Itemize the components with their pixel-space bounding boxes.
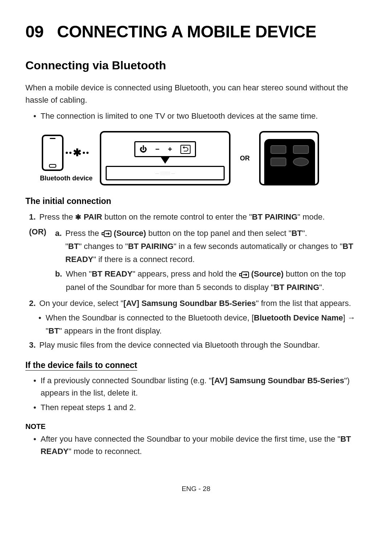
- bullet-icon: •: [33, 401, 36, 414]
- section-heading: Connecting via Bluetooth: [25, 59, 367, 72]
- arrow-down-icon: [161, 157, 170, 164]
- step-2-bullet: • When the Soundbar is connected to the …: [38, 311, 367, 337]
- fails-bullet-1: • If a previously connected Soundbar lis…: [33, 375, 367, 399]
- bullet-icon: •: [33, 375, 36, 399]
- remote-diagram: [259, 131, 319, 185]
- soundbar-body-icon: — ░░░░ —: [106, 166, 225, 180]
- chapter-heading: 09 CONNECTING A MOBILE DEVICE: [25, 22, 367, 41]
- source-icon: [239, 271, 249, 278]
- bullet-icon: •: [38, 311, 41, 337]
- step-1b: b. When "BT READY" appears, press and ho…: [55, 267, 367, 294]
- intro-paragraph: When a mobile device is connected using …: [25, 82, 367, 106]
- top-panel-icon: ⏻ − + ⮌: [134, 141, 196, 157]
- step-1: 1. Press the ✱ PAIR button on the remote…: [29, 210, 367, 224]
- fails-bullet-2: • Then repeat steps 1 and 2.: [33, 401, 367, 414]
- soundbar-diagram: ⏻ − + ⮌ — ░░░░ —: [100, 131, 230, 185]
- phone-icon: [42, 135, 64, 171]
- intro-bullet: • The connection is limited to one TV or…: [33, 110, 367, 122]
- plus-icon: +: [168, 145, 172, 154]
- diagram: ✱ Bluetooth device ⏻ − + ⮌ — ░░░░ — OR: [40, 131, 367, 185]
- bt-device-label: Bluetooth device: [40, 175, 93, 182]
- minus-icon: −: [155, 145, 160, 154]
- bluetooth-icon: ✱: [73, 147, 81, 159]
- fails-heading: If the device fails to connect: [25, 360, 367, 370]
- bluetooth-device-col: ✱ Bluetooth device: [40, 135, 93, 182]
- steps-list: 1. Press the ✱ PAIR button on the remote…: [25, 210, 367, 352]
- source-icon: ⮌: [180, 145, 191, 154]
- bullet-icon: •: [33, 110, 36, 122]
- note-bullet: • After you have connected the Soundbar …: [33, 433, 367, 458]
- step-2: 2. On your device, select "[AV] Samsung …: [29, 297, 367, 310]
- page-footer: ENG - 28: [0, 485, 392, 493]
- bullet-icon: •: [33, 433, 36, 458]
- power-icon: ⏻: [140, 145, 147, 154]
- step-1-or: (OR) a. Press the (Source) button on the…: [29, 225, 367, 295]
- or-label: OR: [240, 155, 250, 162]
- note-label: NOTE: [25, 422, 367, 431]
- source-icon: [101, 230, 111, 237]
- step-1a: a. Press the (Source) button on the top …: [55, 227, 367, 266]
- initial-connection-heading: The initial connection: [25, 196, 367, 206]
- bt-signal-icon: ✱: [66, 147, 89, 159]
- step-3: 3. Play music files from the device conn…: [29, 339, 367, 352]
- bt-pair-icon: ✱: [75, 211, 81, 223]
